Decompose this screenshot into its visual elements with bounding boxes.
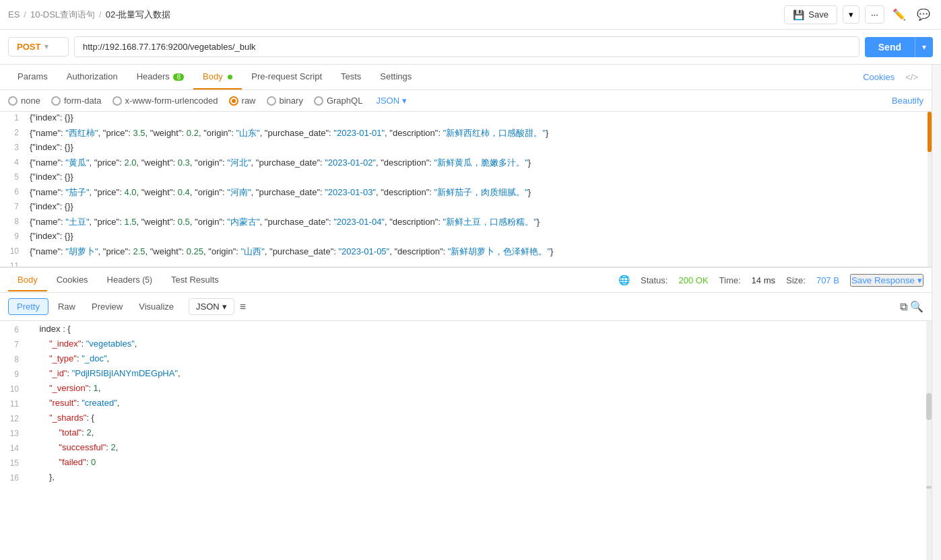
body-format-bar: none form-data x-www-form-urlencoded raw <box>0 90 932 112</box>
breadcrumb-current: 02-批量写入数据 <box>106 9 171 21</box>
resp-line-16: 16 }, <box>0 472 926 487</box>
copy-button[interactable]: ⧉ <box>900 301 907 313</box>
filter-button[interactable]: ≡ <box>240 301 246 313</box>
response-tab-body[interactable]: Body <box>8 269 47 291</box>
save-chevron-button[interactable]: ▾ <box>843 5 859 24</box>
resp-line-8: 8 "_type": "_doc", <box>0 353 926 368</box>
response-tab-test-results[interactable]: Test Results <box>162 269 228 291</box>
save-response-button[interactable]: Save Response ▾ <box>850 274 923 287</box>
save-button[interactable]: 💾 Save <box>784 5 837 24</box>
code-line-5: 5 {"index": {}} <box>0 171 928 186</box>
status-area: 🌐 Status: 200 OK Time: 14 ms Size: 707 B… <box>618 274 923 287</box>
comment-icon-button[interactable]: 💬 <box>914 5 933 24</box>
json-chevron-icon: ▾ <box>402 96 407 106</box>
save-response-chevron-icon: ▾ <box>917 275 922 285</box>
format-graphql[interactable]: GraphQL <box>314 96 362 106</box>
right-sidebar <box>932 65 941 560</box>
resp-line-12: 12 "_shards": { <box>0 413 926 427</box>
resp-line-15: 15 "failed": 0 <box>0 457 926 472</box>
tab-pre-request[interactable]: Pre-request Script <box>242 65 331 90</box>
cookies-link[interactable]: Cookies <box>863 72 895 82</box>
code-line-4: 4 {"name": "黄瓜", "price": 2.0, "weight":… <box>0 156 928 171</box>
code-line-2: 2 {"name": "西红柿", "price": 3.5, "weight"… <box>0 127 928 141</box>
code-line-10: 10 {"name": "胡萝卜", "price": 2.5, "weight… <box>0 245 928 260</box>
more-options-button[interactable]: ··· <box>865 5 884 24</box>
send-arrow-button[interactable]: ▾ <box>915 37 933 57</box>
tab-body[interactable]: Body <box>193 65 242 90</box>
resp-line-7: 7 "_index": "vegetables", <box>0 339 926 353</box>
response-tabs-bar: Body Cookies Headers (5) Test Results 🌐 … <box>0 267 932 293</box>
send-button[interactable]: Send <box>865 37 915 57</box>
tab-tests[interactable]: Tests <box>331 65 370 90</box>
code-line-1: 1 {"index": {}} <box>0 112 928 127</box>
status-code: 200 OK <box>678 275 708 285</box>
save-label: Save <box>808 9 829 20</box>
response-format-bar: Pretty Raw Preview Visualize JSON ▾ ≡ ⧉ … <box>0 293 932 321</box>
resp-line-14: 14 "successful": 2, <box>0 442 926 457</box>
edit-icon-button[interactable]: ✏️ <box>890 5 909 24</box>
raw-button[interactable]: Raw <box>51 298 82 315</box>
request-tabs: Params Authorization Headers 8 Body Pre-… <box>0 65 932 90</box>
response-tab-headers[interactable]: Headers (5) <box>98 269 162 291</box>
url-bar: POST ▾ Send ▾ <box>0 30 941 65</box>
response-body-area[interactable]: 6 index : { 7 "_index": "vegetables", 8 … <box>0 321 932 560</box>
code-line-3: 3 {"index": {}} <box>0 141 928 156</box>
breadcrumb-query[interactable]: 10-DSL查询语句 <box>30 9 95 21</box>
preview-button[interactable]: Preview <box>85 298 129 315</box>
response-json-chevron-icon: ▾ <box>222 302 227 312</box>
pretty-button[interactable]: Pretty <box>8 298 48 315</box>
beautify-button[interactable]: Beautify <box>892 96 923 106</box>
resp-line-13: 13 "total": 2, <box>0 427 926 442</box>
globe-icon: 🌐 <box>618 275 630 285</box>
code-line-7: 7 {"index": {}} <box>0 201 928 215</box>
method-select[interactable]: POST ▾ <box>8 37 69 57</box>
comment-tab-icon: </> <box>900 72 923 82</box>
save-icon: 💾 <box>793 9 804 20</box>
format-binary[interactable]: binary <box>267 96 303 106</box>
breadcrumb-sep1: / <box>24 9 26 20</box>
tab-headers[interactable]: Headers 8 <box>127 65 193 90</box>
resp-line-10: 10 "_version": 1, <box>0 383 926 398</box>
breadcrumb: ES / 10-DSL查询语句 / 02-批量写入数据 <box>8 9 779 21</box>
visualize-button[interactable]: Visualize <box>132 298 181 315</box>
tab-settings[interactable]: Settings <box>370 65 421 90</box>
url-input[interactable] <box>74 36 859 57</box>
response-json-select[interactable]: JSON ▾ <box>189 298 234 315</box>
breadcrumb-es[interactable]: ES <box>8 9 20 20</box>
resp-line-9: 9 "_id": "PdjlR5IBjIANYmDEGpHA", <box>0 368 926 383</box>
code-line-9: 9 {"index": {}} <box>0 230 928 245</box>
format-form-data[interactable]: form-data <box>51 96 102 106</box>
code-line-8: 8 {"name": "土豆", "price": 1.5, "weight":… <box>0 215 928 230</box>
format-none[interactable]: none <box>8 96 40 106</box>
send-container: Send ▾ <box>865 37 933 57</box>
response-tab-cookies[interactable]: Cookies <box>47 269 98 291</box>
json-format-select[interactable]: JSON ▾ <box>376 96 407 106</box>
resp-line-11: 11 "result": "created", <box>0 398 926 413</box>
request-body-editor[interactable]: 1 {"index": {}} 2 {"name": "西红柿", "price… <box>0 112 932 267</box>
breadcrumb-sep2: / <box>99 9 102 20</box>
search-response-button[interactable]: 🔍 <box>910 300 923 313</box>
response-size: 707 B <box>816 275 839 285</box>
response-time: 14 ms <box>752 275 775 285</box>
resp-line-6: 6 index : { <box>0 324 926 339</box>
code-line-11: 11 <box>0 260 928 267</box>
save-response-label: Save Response <box>851 275 915 285</box>
tab-params[interactable]: Params <box>8 65 57 90</box>
format-raw[interactable]: raw <box>229 96 256 106</box>
tab-authorization[interactable]: Authorization <box>57 65 127 90</box>
method-chevron-icon: ▾ <box>44 42 48 51</box>
code-line-6: 6 {"name": "茄子", "price": 4.0, "weight":… <box>0 186 928 201</box>
method-label: POST <box>17 42 40 52</box>
format-urlencoded[interactable]: x-www-form-urlencoded <box>112 96 218 106</box>
